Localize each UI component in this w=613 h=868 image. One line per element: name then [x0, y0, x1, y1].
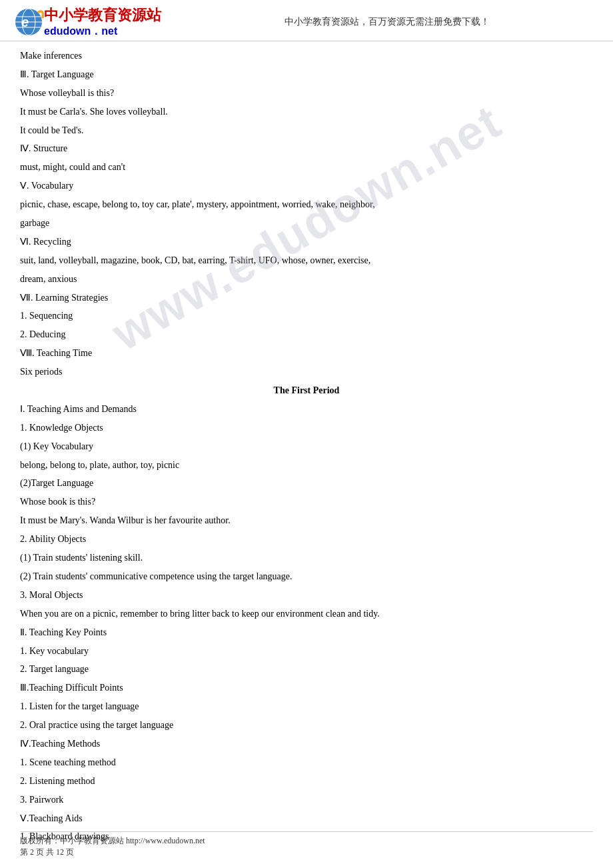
content-line-21: (1) Key Vocabulary [20, 437, 593, 456]
header: e 中小学教育资源站 edudown．net 中小学教育资源站，百万资源无需注册… [0, 0, 613, 41]
content-line-12: dream, anxious [20, 270, 593, 289]
content-line-25: It must be Mary's. Wanda Wilbur is her f… [20, 511, 593, 530]
content-line-32: 1. Key vocabulary [20, 642, 593, 661]
content-line-30: When you are on a picnic, remember to br… [20, 605, 593, 623]
content-line-27: (1) Train students' listening skill. [20, 549, 593, 567]
content-line-0: Make inferences [20, 47, 593, 65]
content-line-10: Ⅵ. Recycling [20, 233, 593, 251]
content-line-5: Ⅳ. Structure [20, 139, 593, 158]
content-line-8: picnic, chase, escape, belong to, toy ca… [20, 195, 593, 214]
logo-icon: e [13, 7, 44, 37]
svg-text:e: e [21, 15, 29, 29]
content-line-36: 2. Oral practice using the target langua… [20, 716, 593, 735]
content-line-35: 1. Listen for the target language [20, 697, 593, 716]
content-line-29: 3. Moral Objects [20, 586, 593, 605]
content-line-38: 1. Scene teaching method [20, 753, 593, 772]
content-line-13: Ⅶ. Learning Strategies [20, 289, 593, 307]
content-line-18: The First Period [20, 381, 593, 400]
content-line-37: Ⅳ.Teaching Methods [20, 735, 593, 753]
content-line-41: Ⅴ.Teaching Aids [20, 809, 593, 828]
content-line-40: 3. Pairwork [20, 791, 593, 809]
page-container: e 中小学教育资源站 edudown．net 中小学教育资源站，百万资源无需注册… [0, 0, 613, 868]
footer-page-info: 第 2 页 共 12 页 [20, 847, 593, 858]
content-line-24: Whose book is this? [20, 493, 593, 511]
content-line-34: Ⅲ.Teaching Difficult Points [20, 679, 593, 697]
content-line-4: It could be Ted's. [20, 121, 593, 140]
header-tagline: 中小学教育资源站，百万资源无需注册免费下载！ [175, 16, 600, 28]
main-content: Make inferencesⅢ. Target LanguageWhose v… [0, 41, 613, 859]
content-line-20: 1. Knowledge Objects [20, 419, 593, 437]
content-line-26: 2. Ability Objects [20, 530, 593, 549]
content-line-7: Ⅴ. Vocabulary [20, 177, 593, 195]
content-line-9: garbage [20, 214, 593, 233]
footer: 版权所有：中小学教育资源站 http://www.edudown.net 第 2… [20, 831, 593, 858]
content-line-11: suit, land, volleyball, magazine, book, … [20, 251, 593, 270]
content-line-3: It must be Carla's. She loves volleyball… [20, 103, 593, 121]
content-line-23: (2)Target Language [20, 474, 593, 493]
content-line-1: Ⅲ. Target Language [20, 65, 593, 84]
content-line-14: 1. Sequencing [20, 307, 593, 325]
logo-container: e 中小学教育资源站 edudown．net [13, 7, 161, 37]
content-line-22: belong, belong to, plate, author, toy, p… [20, 456, 593, 475]
logo-title: 中小学教育资源站 [44, 7, 161, 24]
content-line-17: Six periods [20, 363, 593, 381]
content-line-19: Ⅰ. Teaching Aims and Demands [20, 400, 593, 419]
content-line-6: must, might, could and can't [20, 158, 593, 177]
content-line-16: Ⅷ. Teaching Time [20, 344, 593, 363]
footer-copyright: 版权所有：中小学教育资源站 http://www.edudown.net [20, 835, 593, 847]
logo-subtitle: edudown．net [44, 25, 117, 37]
content-line-28: (2) Train students' communicative compet… [20, 567, 593, 586]
content-line-33: 2. Target language [20, 660, 593, 679]
logo-text-block: 中小学教育资源站 edudown．net [44, 7, 161, 37]
content-line-2: Whose volleyball is this? [20, 84, 593, 103]
content-line-15: 2. Deducing [20, 325, 593, 344]
content-line-31: Ⅱ. Teaching Key Points [20, 623, 593, 642]
content-line-39: 2. Listening method [20, 772, 593, 791]
